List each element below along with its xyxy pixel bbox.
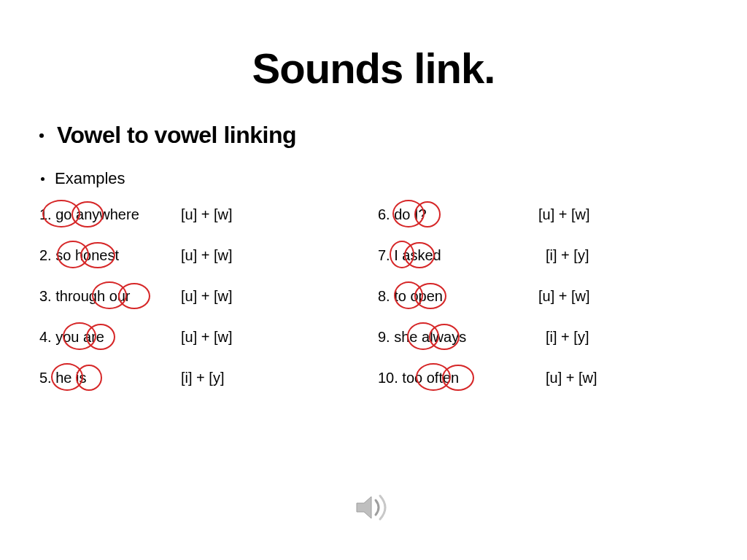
phrase-left: 1. go anywhere bbox=[39, 207, 139, 222]
bullet-dot bbox=[39, 133, 44, 138]
example-row: 3. through our [u] + [w] 8. to open [u] … bbox=[35, 289, 712, 309]
notation-right: [u] + [w] bbox=[546, 370, 597, 385]
example-row: 4. you are [u] + [w] 9. she always [i] +… bbox=[35, 330, 712, 350]
phrase-left: 2. so honest bbox=[39, 248, 119, 262]
phrase-right: 7. I asked bbox=[378, 248, 441, 262]
phrase-left: 3. through our bbox=[39, 289, 131, 303]
examples-label-text: Examples bbox=[55, 169, 125, 188]
phrase-right: 10. too often bbox=[378, 370, 459, 385]
notation-left: [u] + [w] bbox=[181, 330, 233, 344]
notation-left: [u] + [w] bbox=[181, 289, 233, 303]
notation-left: [u] + [w] bbox=[181, 207, 233, 222]
phrase-right: 6. do I? bbox=[378, 207, 427, 222]
notation-right: [i] + [y] bbox=[546, 330, 589, 344]
subtitle-row: Vowel to vowel linking bbox=[39, 122, 712, 149]
page-title: Sounds link. bbox=[35, 44, 712, 93]
speaker-icon[interactable] bbox=[354, 491, 393, 526]
notation-right: [u] + [w] bbox=[538, 207, 590, 222]
phrase-left: 5. he is bbox=[39, 370, 86, 385]
example-row: 1. go anywhere [u] + [w] 6. do I? [u] + … bbox=[35, 207, 712, 228]
slide: Sounds link. Vowel to vowel linking Exam… bbox=[0, 0, 747, 560]
bullet-dot bbox=[41, 177, 44, 181]
example-row: 5. he is [i] + [y] 10. too often [u] + [… bbox=[35, 370, 712, 391]
notation-left: [i] + [y] bbox=[181, 370, 224, 385]
notation-right: [u] + [w] bbox=[538, 289, 590, 303]
phrase-right: 9. she always bbox=[378, 330, 466, 344]
phrase-right: 8. to open bbox=[378, 289, 443, 303]
notation-right: [i] + [y] bbox=[546, 248, 589, 262]
example-row: 2. so honest [u] + [w] 7. I asked [i] + … bbox=[35, 248, 712, 268]
subtitle-text: Vowel to vowel linking bbox=[57, 122, 296, 149]
phrase-left: 4. you are bbox=[39, 330, 104, 344]
examples-label-row: Examples bbox=[41, 169, 712, 188]
notation-left: [u] + [w] bbox=[181, 248, 233, 262]
